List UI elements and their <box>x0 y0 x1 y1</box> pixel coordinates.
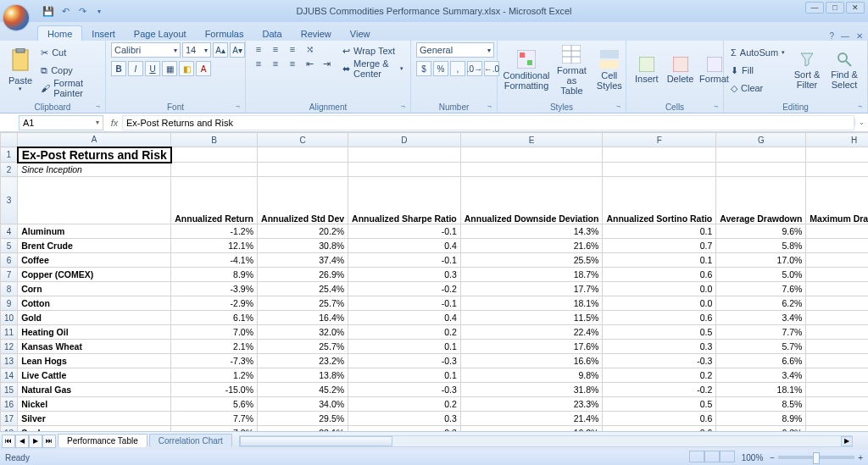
cell[interactable]: 0.6 <box>603 426 716 432</box>
cell[interactable]: 11.5% <box>460 311 603 325</box>
cell[interactable] <box>460 163 603 177</box>
cell[interactable]: -0.3 <box>348 354 461 368</box>
cell[interactable] <box>171 147 258 163</box>
cell[interactable]: 7.7% <box>171 412 258 426</box>
shrink-font-icon[interactable]: A▾ <box>230 42 245 58</box>
paste-button[interactable]: Paste▾ <box>5 42 36 98</box>
row-header[interactable]: 11 <box>1 325 18 340</box>
select-all-corner[interactable] <box>1 133 18 147</box>
conditional-formatting-button[interactable]: Conditional Formatting <box>503 42 550 98</box>
ribbon-minimize-icon[interactable]: — <box>841 31 849 41</box>
undo-icon[interactable]: ↶ <box>59 5 71 17</box>
align-left-icon[interactable]: ≡ <box>251 57 266 70</box>
cell[interactable]: 5.6% <box>171 397 258 412</box>
cell[interactable]: -4.1% <box>171 253 258 268</box>
autosum-button[interactable]: ΣAutoSum▾ <box>729 44 787 61</box>
column-header-cell[interactable]: Annualized Downside Deviation <box>460 177 603 224</box>
cell[interactable]: Kansas Wheat <box>18 340 171 354</box>
tab-page-layout[interactable]: Page Layout <box>125 26 196 41</box>
col-header[interactable]: F <box>603 133 716 147</box>
row-header[interactable]: 15 <box>1 383 18 397</box>
fill-button[interactable]: ⬇Fill <box>729 62 787 79</box>
align-center-icon[interactable]: ≡ <box>268 57 283 70</box>
column-header-cell[interactable]: Annualized Return <box>171 177 258 224</box>
sheet-nav-next-icon[interactable]: ▶ <box>29 435 42 448</box>
row-header[interactable]: 18 <box>1 426 18 432</box>
cell[interactable]: 0.0 <box>603 296 716 311</box>
cell[interactable]: -2.9% <box>171 296 258 311</box>
column-header-cell[interactable]: Maximum Drawdown <box>806 177 868 224</box>
row-header[interactable]: 7 <box>1 268 18 282</box>
cell[interactable]: Nickel <box>18 397 171 412</box>
col-header[interactable]: B <box>171 133 258 147</box>
tab-review[interactable]: Review <box>292 26 341 41</box>
cell[interactable]: 0.1 <box>603 224 716 239</box>
cell[interactable] <box>603 163 716 177</box>
merge-center-button[interactable]: ⬌Merge & Center▾ <box>341 60 405 77</box>
cell[interactable]: 0.2 <box>603 368 716 383</box>
cell[interactable]: 22.4% <box>460 325 603 340</box>
cell[interactable]: Live Cattle <box>18 368 171 383</box>
cell[interactable]: Brent Crude <box>18 239 171 253</box>
cell[interactable]: 6.1% <box>171 311 258 325</box>
cell[interactable]: -0.2 <box>348 282 461 296</box>
row-header[interactable]: 9 <box>1 296 18 311</box>
row-header[interactable]: 12 <box>1 340 18 354</box>
cell[interactable]: 17.6% <box>460 340 603 354</box>
cell[interactable]: 0.1 <box>348 368 461 383</box>
cell[interactable]: -3.9% <box>171 282 258 296</box>
cell[interactable]: 16.2% <box>460 426 603 432</box>
worksheet-tab-correlation[interactable]: Correlation Chart <box>149 434 232 447</box>
row-header[interactable]: 4 <box>1 224 18 239</box>
cell[interactable]: -0.1 <box>348 224 461 239</box>
cell[interactable]: 26.9% <box>258 268 348 282</box>
cell[interactable]: -7.3% <box>171 354 258 368</box>
cell[interactable]: Gold <box>18 311 171 325</box>
name-box[interactable]: A1▾ <box>19 115 103 130</box>
cell-styles-button[interactable]: Cell Styles <box>593 42 626 98</box>
cell[interactable]: 88.7% <box>806 253 868 268</box>
cell[interactable]: Copper (COMEX) <box>18 268 171 282</box>
cell[interactable] <box>806 163 868 177</box>
tab-home[interactable]: Home <box>37 25 82 41</box>
fill-color-button[interactable]: ◧ <box>179 61 194 76</box>
cell[interactable] <box>258 163 348 177</box>
row-header[interactable]: 16 <box>1 397 18 412</box>
cell[interactable]: 18.1% <box>460 296 603 311</box>
cell[interactable]: 82.5% <box>806 397 868 412</box>
align-top-icon[interactable]: ≡ <box>251 42 266 56</box>
cell[interactable]: 29.5% <box>258 412 348 426</box>
cell[interactable]: 23.3% <box>460 397 603 412</box>
cell[interactable]: Since Inception <box>18 163 171 177</box>
cell[interactable]: 76.7% <box>806 239 868 253</box>
cell[interactable]: -0.3 <box>348 383 461 397</box>
cell[interactable]: 18.7% <box>460 268 603 282</box>
formula-expand-icon[interactable]: ⌄ <box>854 119 868 126</box>
cell[interactable]: Lean Hogs <box>18 354 171 368</box>
cell[interactable]: 9.6% <box>716 224 806 239</box>
cell[interactable]: 0.4 <box>348 239 461 253</box>
copy-button[interactable]: ⧉Copy <box>39 62 100 79</box>
cell[interactable]: 52.5% <box>806 426 868 432</box>
align-right-icon[interactable]: ≡ <box>285 57 300 70</box>
cell[interactable]: 7.6% <box>716 282 806 296</box>
format-as-table-button[interactable]: Format as Table <box>554 42 590 98</box>
cell[interactable]: 7.0% <box>171 426 258 432</box>
ribbon-close-icon[interactable]: ✕ <box>856 31 863 41</box>
zoom-out-icon[interactable]: − <box>770 453 775 462</box>
cell[interactable]: 5.0% <box>716 268 806 282</box>
cell[interactable]: 13.8% <box>258 368 348 383</box>
cell[interactable]: 16.6% <box>460 354 603 368</box>
cell[interactable]: 37.4% <box>258 253 348 268</box>
cell[interactable]: 30.8% <box>258 239 348 253</box>
cell[interactable]: 0.6 <box>603 412 716 426</box>
orientation-icon[interactable]: ⤭ <box>302 42 317 56</box>
cell[interactable]: Corn <box>18 282 171 296</box>
cell[interactable]: 68.5% <box>806 268 868 282</box>
cell[interactable]: 0.3 <box>603 340 716 354</box>
cell[interactable]: 99.5% <box>806 383 868 397</box>
cell[interactable]: 34.0% <box>258 397 348 412</box>
cell[interactable]: 18.1% <box>716 383 806 397</box>
currency-icon[interactable]: $ <box>416 61 431 76</box>
cell[interactable] <box>171 163 258 177</box>
